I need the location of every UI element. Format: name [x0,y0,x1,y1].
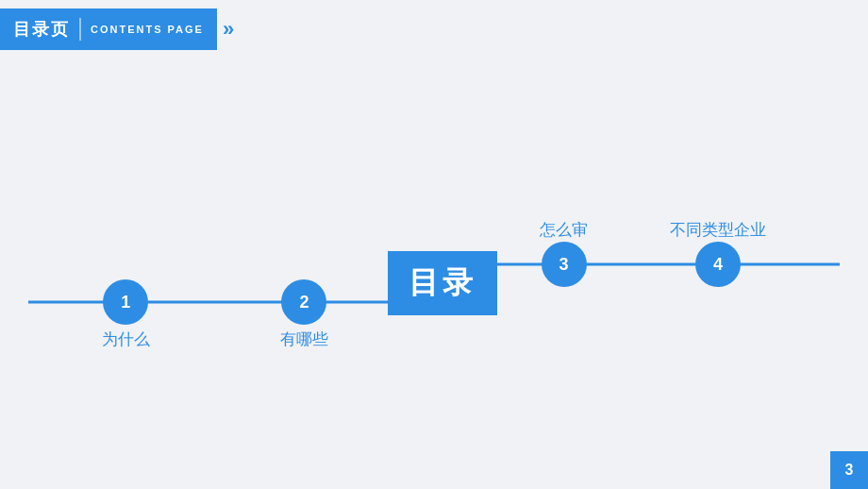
main-content: 1 为什么 2 有哪些 目录 3 怎么审 4 不同类型企 [0,59,868,489]
node-1: 1 [103,279,148,325]
header-arrow: » [223,19,234,40]
node-4: 4 [695,242,741,287]
node-3: 3 [542,242,587,287]
center-label: 目录 [388,251,497,315]
header-title-cn: 目录页 [13,18,70,41]
header-blue-block: 目录页 CONTENTS PAGE [0,8,217,50]
node-label-2: 有哪些 [280,329,328,350]
timeline-wrapper: 1 为什么 2 有哪些 目录 3 怎么审 4 不同类型企 [28,189,840,378]
header-bar: 目录页 CONTENTS PAGE » [0,0,868,59]
node-label-4: 不同类型企业 [670,219,766,241]
header-divider [79,18,81,41]
page-badge: 3 [830,451,868,489]
chevron-icon: » [223,19,234,40]
header-title-en: CONTENTS PAGE [91,24,204,35]
node-label-3: 怎么审 [540,219,588,241]
node-label-1: 为什么 [102,329,150,350]
node-2: 2 [281,279,326,325]
